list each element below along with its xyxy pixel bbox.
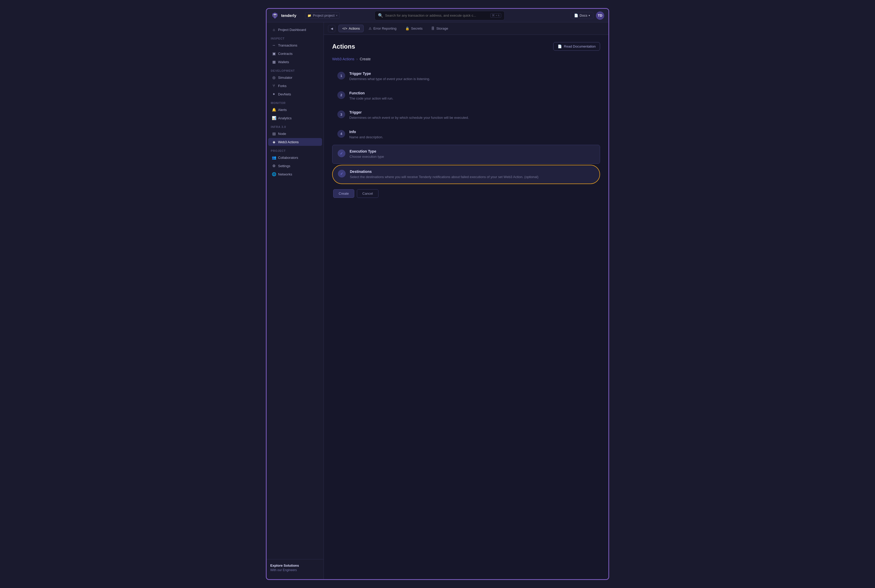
sidebar-section-inspect: Inspect [267,34,323,41]
sidebar-item-alerts[interactable]: 🔔 Alerts [268,106,322,114]
tab-error-reporting-label: Error Reporting [373,27,396,30]
tab-storage-label: Storage [436,27,448,30]
explore-solutions-title: Explore Solutions [270,564,320,567]
step-destinations[interactable]: ✓ Destinations Select the destinations w… [332,165,600,184]
docs-button[interactable]: 📄 Docs ▾ [571,12,593,19]
step-desc-info: Name and description. [349,135,383,140]
step-content-execution-type: Execution Type Choose execution type [350,149,384,159]
project-breadcrumb[interactable]: 📁 Project project ▾ [305,12,340,19]
tab-storage[interactable]: 🗄 Storage [427,25,452,32]
sidebar-item-collaborators[interactable]: 👥 Collaborators [268,154,322,161]
step-content-function: Function The code your action will run. [349,91,393,101]
doc-icon: 📄 [558,45,562,48]
step-title-trigger-type: Trigger Type [349,72,430,76]
sidebar-item-label: Alerts [278,108,287,112]
web3-actions-icon: ◈ [272,140,276,144]
sidebar-item-simulator[interactable]: ◎ Simulator [268,74,322,81]
read-documentation-button[interactable]: 📄 Read Documentation [553,42,600,51]
collaborators-icon: 👥 [272,156,276,160]
step-title-function: Function [349,91,393,95]
sidebar-item-networks[interactable]: 🌐 Networks [268,170,322,178]
step-title-trigger: Trigger [349,110,469,114]
topbar: tenderly 📁 Project project ▾ 🔍 ⌘ + k 📄 D… [267,9,608,22]
page-header: Actions 📄 Read Documentation [332,42,600,51]
tab-actions[interactable]: </> Actions [338,25,364,32]
collapse-sidebar-button[interactable]: ◀ [328,25,335,32]
step-desc-trigger: Determines on which event or by which sc… [349,115,469,120]
sidebar-item-settings[interactable]: ⚙ Settings [268,162,322,170]
search-input-wrap: 🔍 ⌘ + k [374,11,505,20]
step-check-execution-type: ✓ [338,150,346,157]
sidebar-section-project: Project [267,146,323,153]
sidebar-item-label: Analytics [278,116,292,120]
step-execution-type[interactable]: ✓ Execution Type Choose execution type [332,145,600,164]
tab-secrets-label: Secrets [411,27,422,30]
page-content: Actions 📄 Read Documentation Web3 Action… [324,35,608,579]
step-content-destinations: Destinations Select the destinations whe… [350,170,538,180]
alerts-icon: 🔔 [272,108,276,112]
storage-tab-icon: 🗄 [431,27,434,30]
step-number-4: 4 [337,130,345,138]
step-function: 2 Function The code your action will run… [332,87,600,105]
sidebar-item-label: Forks [278,84,287,88]
sidebar-item-analytics[interactable]: 📊 Analytics [268,114,322,122]
error-reporting-tab-icon: ⚠ [368,27,372,30]
sidebar-item-transactions[interactable]: ↔ Transactions [268,41,322,49]
contracts-icon: ▣ [272,51,276,56]
sidebar-section-monitor: Monitor [267,98,323,105]
sidebar-item-label: Wallets [278,60,289,64]
secrets-tab-icon: 🔒 [405,27,409,30]
sidebar-item-devnets[interactable]: ✦ DevNets [268,90,322,98]
sidebar-item-label: Collaborators [278,156,298,160]
search-bar: 🔍 ⌘ + k [374,11,505,20]
explore-solutions-box: Explore Solutions With our Engineers [270,564,320,572]
tab-actions-label: Actions [349,27,360,30]
step-desc-trigger-type: Determines what type of event your actio… [349,76,430,82]
step-content-trigger-type: Trigger Type Determines what type of eve… [349,72,430,82]
sidebar-item-wallets[interactable]: ▦ Wallets [268,58,322,66]
logo-area: tenderly [271,12,302,20]
devnets-icon: ✦ [272,92,276,96]
chevron-down-icon: ▾ [336,14,337,17]
search-shortcut: ⌘ + k [490,13,501,18]
topbar-right: 📄 Docs ▾ TD [571,12,604,20]
step-desc-execution-type: Choose execution type [350,154,384,159]
breadcrumb-parent-link[interactable]: Web3 Actions [332,57,354,61]
main-layout: ⌂ Project Dashboard Inspect ↔ Transactio… [267,22,608,579]
explore-solutions-subtitle: With our Engineers [270,568,320,572]
sidebar-item-label: Web3 Actions [278,140,299,144]
breadcrumb-current: Create [360,57,371,61]
search-input[interactable] [385,14,489,17]
page-title: Actions [332,43,355,50]
docs-label: Docs [579,14,587,17]
action-buttons: Create Cancel [332,189,600,198]
sidebar-item-label: Networks [278,172,292,176]
content-area: ◀ </> Actions ⚠ Error Reporting 🔒 Secret… [324,22,608,579]
sidebar-item-forks[interactable]: ⑂ Forks [268,82,322,90]
sidebar-item-project-dashboard[interactable]: ⌂ Project Dashboard [268,26,322,33]
sidebar-item-label: Node [278,132,286,136]
tab-error-reporting[interactable]: ⚠ Error Reporting [365,25,400,32]
sidebar-item-contracts[interactable]: ▣ Contracts [268,50,322,57]
sidebar-item-label: Contracts [278,52,293,56]
sidebar-item-label: Simulator [278,76,292,80]
docs-icon: 📄 [574,14,578,17]
actions-tab-icon: </> [342,27,347,30]
sidebar-item-web3-actions[interactable]: ◈ Web3 Actions [268,138,322,146]
tenderly-logo-icon [271,12,279,20]
sidebar-item-label: Settings [278,164,290,168]
home-icon: ⌂ [272,27,276,32]
wallets-icon: ▦ [272,60,276,64]
create-button[interactable]: Create [333,189,354,198]
step-number-1: 1 [337,72,345,80]
project-name: Project project [313,14,334,17]
folder-icon: 📁 [307,14,311,17]
avatar: TD [596,12,604,20]
sidebar-section-infra: Infra 3.0 [267,122,323,129]
analytics-icon: 📊 [272,116,276,120]
cancel-button[interactable]: Cancel [357,189,378,198]
tab-secrets[interactable]: 🔒 Secrets [401,25,426,32]
sidebar-item-node[interactable]: ▤ Node [268,130,322,138]
step-title-destinations: Destinations [350,170,538,174]
simulator-icon: ◎ [272,75,276,80]
